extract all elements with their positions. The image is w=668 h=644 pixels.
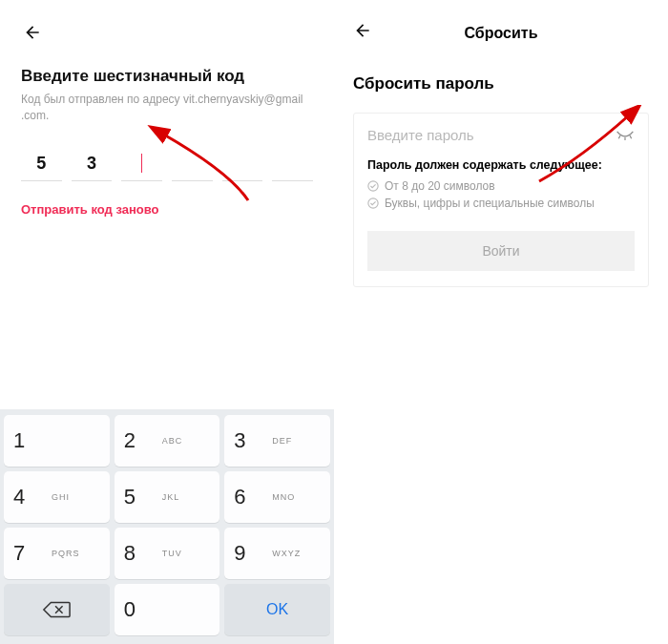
eye-closed-icon[interactable] (616, 130, 635, 141)
requirement-text: От 8 до 20 символов (385, 179, 495, 193)
key-1[interactable]: 1 (4, 415, 110, 467)
key-7[interactable]: 7PQRS (4, 528, 110, 579)
code-input-row[interactable]: 5 3 (21, 147, 313, 181)
code-cell-2[interactable]: 3 (72, 147, 113, 181)
key-2[interactable]: 2ABC (115, 415, 220, 467)
numeric-keypad: 1 2ABC 3DEF 4GHI 5JKL 6MNO 7PQRS 8TUV 9W… (0, 409, 334, 644)
code-cell-1[interactable]: 5 (21, 147, 62, 181)
key-3[interactable]: 3DEF (224, 415, 330, 467)
requirement-item: Буквы, цифры и специальные символы (367, 197, 635, 210)
code-cell-5[interactable] (222, 147, 263, 181)
subtitle-prefix: Код был отправлен по адресу (21, 93, 183, 106)
arrow-left-icon (23, 23, 42, 42)
svg-line-0 (618, 135, 620, 138)
header-title: Сбросить (351, 25, 651, 42)
requirement-text: Буквы, цифры и специальные символы (385, 197, 595, 210)
login-button[interactable]: Войти (367, 231, 635, 271)
backspace-icon (42, 600, 71, 619)
password-input[interactable] (367, 127, 616, 143)
svg-point-3 (368, 181, 378, 191)
key-0[interactable]: 0 (115, 584, 220, 635)
requirements-heading: Пароль должен содержать следующее: (367, 158, 635, 172)
subtitle-email-1: vit.chernyavskiy@gmail (183, 93, 303, 106)
key-9[interactable]: 9WXYZ (224, 528, 330, 579)
page-title: Введите шестизначный код (21, 67, 313, 86)
resend-code-link[interactable]: Отправить код заново (21, 202, 313, 217)
screen-reset-password: Сбросить Сбросить пароль Пароль должен с… (334, 0, 668, 644)
check-circle-icon (367, 197, 379, 209)
password-card: Пароль должен содержать следующее: От 8 … (353, 113, 649, 287)
code-cell-4[interactable] (172, 147, 213, 181)
key-backspace[interactable] (4, 584, 110, 635)
key-ok[interactable]: OK (224, 584, 330, 635)
svg-point-4 (368, 198, 378, 208)
subtitle: Код был отправлен по адресу vit.chernyav… (21, 92, 313, 124)
screen-code-entry: Введите шестизначный код Код был отправл… (0, 0, 334, 644)
page-title: Сбросить пароль (353, 74, 649, 93)
key-6[interactable]: 6MNO (224, 471, 330, 523)
subtitle-email-2: .com. (21, 109, 49, 122)
key-8[interactable]: 8TUV (115, 528, 220, 579)
code-cell-3[interactable] (121, 147, 162, 181)
requirement-item: От 8 до 20 символов (367, 179, 635, 193)
back-button[interactable] (21, 17, 44, 59)
key-5[interactable]: 5JKL (115, 471, 220, 523)
code-cell-6[interactable] (272, 147, 313, 181)
check-circle-icon (367, 180, 379, 192)
svg-line-2 (630, 135, 632, 138)
key-4[interactable]: 4GHI (4, 471, 110, 523)
